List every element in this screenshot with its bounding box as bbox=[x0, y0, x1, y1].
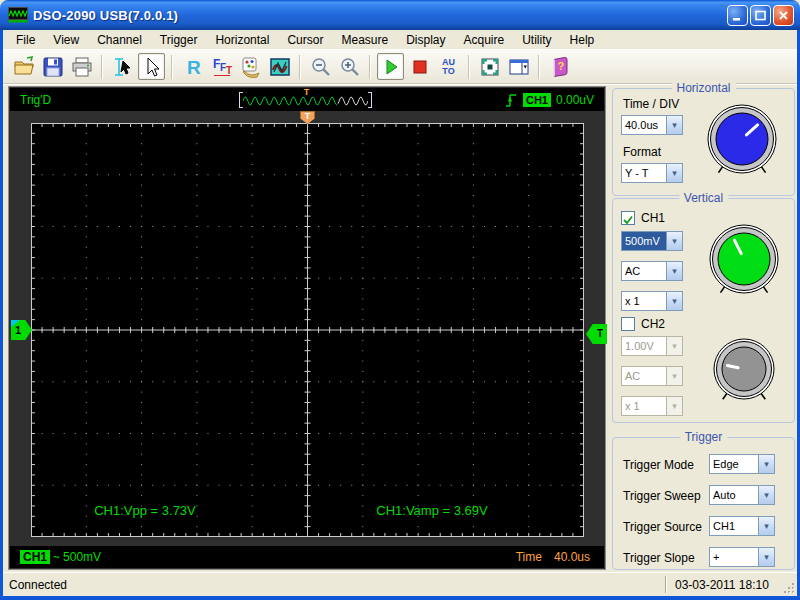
auto-set-icon: AUTO bbox=[442, 58, 455, 76]
maximize-icon bbox=[754, 9, 767, 22]
ch1-coupling-select[interactable]: AC ▾ bbox=[621, 261, 683, 281]
app-logo-icon bbox=[8, 7, 28, 23]
ch1-volts-select[interactable]: 500mV ▾ bbox=[621, 231, 683, 251]
chevron-down-icon[interactable]: ▾ bbox=[666, 232, 682, 250]
format-label: Format bbox=[623, 145, 661, 159]
trigger-readout: CH1 0.00uV bbox=[504, 89, 594, 110]
ch1-coupling-value: AC bbox=[622, 262, 666, 280]
help-button[interactable]: ? bbox=[546, 53, 573, 80]
zoom-in-button[interactable] bbox=[336, 53, 363, 80]
svg-text:CH1:Vpp = 3.73V: CH1:Vpp = 3.73V bbox=[94, 503, 196, 518]
toolbar-separator bbox=[101, 55, 103, 79]
oscilloscope-display: Trig'D T CH1 0.00uV CH1:Vpp = 3.73VCH1:V… bbox=[8, 86, 606, 570]
status-separator bbox=[665, 576, 667, 593]
cursor-measure-button[interactable] bbox=[109, 53, 136, 80]
menu-trigger[interactable]: Trigger bbox=[151, 31, 207, 49]
svg-text:T: T bbox=[226, 65, 232, 76]
format-select[interactable]: Y - T ▾ bbox=[621, 163, 683, 183]
app-window: DSO-2090 USB(7.0.0.1) File View Channel … bbox=[0, 0, 800, 600]
ch2-checkbox[interactable] bbox=[621, 317, 635, 331]
chevron-down-icon[interactable]: ▾ bbox=[758, 548, 774, 566]
full-screen-icon bbox=[478, 55, 502, 79]
fft-button[interactable]: F F T bbox=[208, 53, 235, 80]
pointer-tool-button[interactable] bbox=[138, 53, 165, 80]
scope-scale-bar: CH1 ~ 500mV Time 40.0us bbox=[10, 546, 604, 568]
menu-horizontal[interactable]: Horizontal bbox=[206, 31, 278, 49]
open-folder-icon bbox=[12, 55, 36, 79]
window-title: DSO-2090 USB(7.0.0.1) bbox=[33, 8, 178, 23]
time-div-label: Time / DIV bbox=[623, 97, 679, 111]
menu-file[interactable]: File bbox=[7, 31, 44, 49]
trigger-source-select[interactable]: CH1 ▾ bbox=[709, 516, 775, 536]
open-button[interactable] bbox=[10, 53, 37, 80]
horizontal-group-title: Horizontal bbox=[671, 81, 735, 95]
menu-display[interactable]: Display bbox=[397, 31, 454, 49]
maximize-button[interactable] bbox=[750, 5, 771, 26]
menu-utility[interactable]: Utility bbox=[513, 31, 560, 49]
toolbar-separator bbox=[299, 55, 301, 79]
ch1-position-knob[interactable] bbox=[701, 221, 787, 313]
control-panel: Horizontal Time / DIV 40.0us ▾ Format Y … bbox=[608, 85, 797, 572]
toolbar-separator bbox=[468, 55, 470, 79]
minimize-icon bbox=[731, 9, 744, 22]
ch1-label: CH1 bbox=[641, 211, 665, 225]
menu-acquire[interactable]: Acquire bbox=[455, 31, 514, 49]
chevron-down-icon[interactable]: ▾ bbox=[666, 116, 682, 134]
chevron-down-icon[interactable]: ▾ bbox=[758, 455, 774, 473]
pass-fail-button[interactable] bbox=[266, 53, 293, 80]
close-icon bbox=[777, 9, 790, 22]
trigger-sweep-label: Trigger Sweep bbox=[623, 489, 701, 503]
menu-channel[interactable]: Channel bbox=[88, 31, 151, 49]
time-div-select[interactable]: 40.0us ▾ bbox=[621, 115, 683, 135]
rising-edge-icon bbox=[504, 91, 518, 109]
title-bar[interactable]: DSO-2090 USB(7.0.0.1) bbox=[0, 0, 800, 30]
menu-measure[interactable]: Measure bbox=[332, 31, 397, 49]
svg-text:CH1:Vamp = 3.69V: CH1:Vamp = 3.69V bbox=[376, 503, 488, 518]
digital-filter-button[interactable] bbox=[237, 53, 264, 80]
ch2-label: CH2 bbox=[641, 317, 665, 331]
record-preview[interactable]: T bbox=[239, 89, 374, 110]
menu-view[interactable]: View bbox=[44, 31, 88, 49]
minimize-button[interactable] bbox=[727, 5, 748, 26]
svg-text:R: R bbox=[187, 57, 201, 78]
start-button[interactable] bbox=[377, 53, 404, 80]
menu-help[interactable]: Help bbox=[561, 31, 604, 49]
resize-grip[interactable] bbox=[782, 581, 796, 595]
horizontal-knob[interactable] bbox=[699, 101, 785, 193]
toolbar-separator bbox=[538, 55, 540, 79]
waveform-graticule: CH1:Vpp = 3.73VCH1:Vamp = 3.69V bbox=[31, 123, 584, 537]
cursor-measure-icon bbox=[111, 55, 135, 79]
print-button[interactable] bbox=[68, 53, 95, 80]
format-value: Y - T bbox=[622, 164, 666, 182]
chevron-down-icon[interactable]: ▾ bbox=[666, 292, 682, 310]
save-button[interactable] bbox=[39, 53, 66, 80]
trigger-level-marker[interactable]: T bbox=[586, 324, 607, 344]
stop-button[interactable] bbox=[406, 53, 433, 80]
zoom-out-button[interactable] bbox=[307, 53, 334, 80]
trigger-slope-value: + bbox=[710, 548, 758, 566]
full-screen-button[interactable] bbox=[476, 53, 503, 80]
menu-cursor[interactable]: Cursor bbox=[278, 31, 332, 49]
chevron-down-icon[interactable]: ▾ bbox=[666, 262, 682, 280]
close-button[interactable] bbox=[773, 5, 794, 26]
chevron-down-icon[interactable]: ▾ bbox=[758, 517, 774, 535]
ch2-coupling-value: AC bbox=[622, 367, 666, 385]
auto-set-button[interactable]: AUTO bbox=[435, 53, 462, 80]
trigger-sweep-select[interactable]: Auto ▾ bbox=[709, 485, 775, 505]
ch1-probe-select[interactable]: x 1 ▾ bbox=[621, 291, 683, 311]
panel-layout-button[interactable] bbox=[505, 53, 532, 80]
ch2-volts-select: 1.00V ▾ bbox=[621, 336, 683, 356]
ch1-checkbox[interactable] bbox=[621, 211, 635, 225]
zoom-in-icon bbox=[338, 55, 362, 79]
chevron-down-icon[interactable]: ▾ bbox=[758, 486, 774, 504]
ref-button[interactable]: R bbox=[179, 53, 206, 80]
channel1-badge: CH1 bbox=[20, 550, 50, 564]
trigger-mode-select[interactable]: Edge ▾ bbox=[709, 454, 775, 474]
channel1-zero-marker[interactable]: 1 bbox=[11, 320, 32, 340]
vertical-group-title: Vertical bbox=[679, 191, 728, 205]
chevron-down-icon[interactable]: ▾ bbox=[666, 164, 682, 182]
trigger-slope-label: Trigger Slope bbox=[623, 551, 695, 565]
trigger-slope-select[interactable]: + ▾ bbox=[709, 547, 775, 567]
help-book-icon: ? bbox=[548, 55, 572, 79]
mask-wave-icon bbox=[268, 55, 292, 79]
